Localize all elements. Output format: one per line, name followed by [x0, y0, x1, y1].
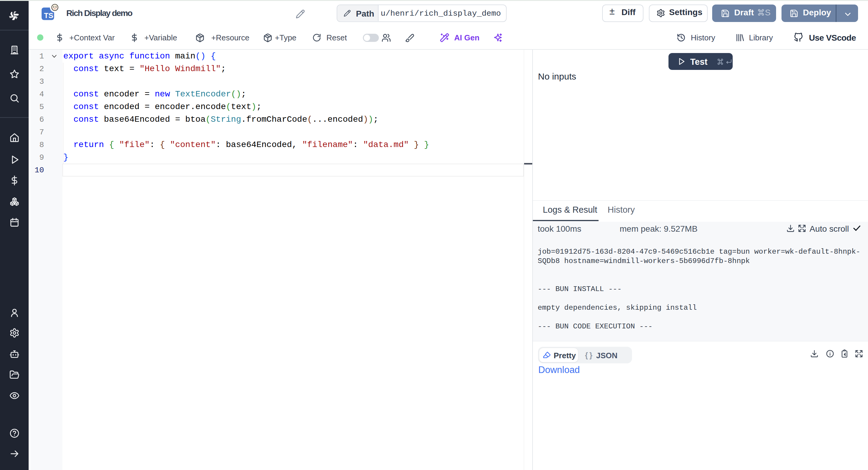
svg-text:TS: TS — [44, 11, 53, 20]
